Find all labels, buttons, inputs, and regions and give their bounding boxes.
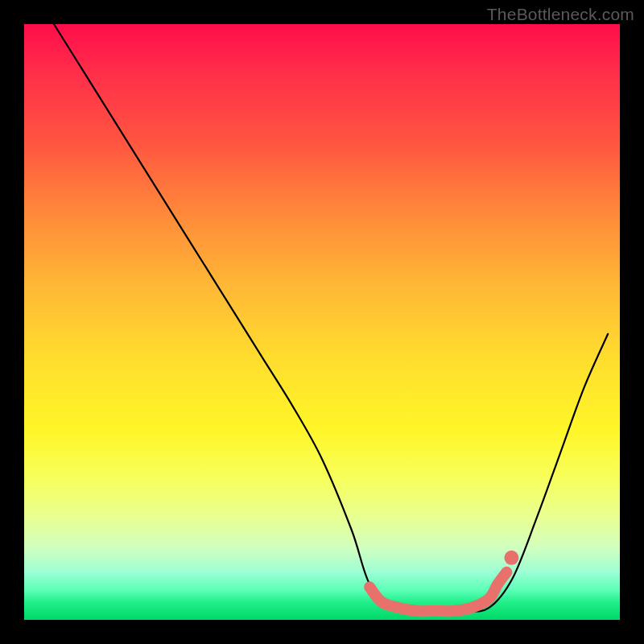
optimum-marker-line <box>369 572 506 611</box>
curve-layer <box>24 24 620 620</box>
optimum-marker-dot <box>504 551 518 565</box>
plot-area <box>24 24 620 620</box>
chart-stage: TheBottleneck.com <box>0 0 644 644</box>
watermark-text: TheBottleneck.com <box>487 5 634 24</box>
bottleneck-curve-line <box>54 24 608 611</box>
